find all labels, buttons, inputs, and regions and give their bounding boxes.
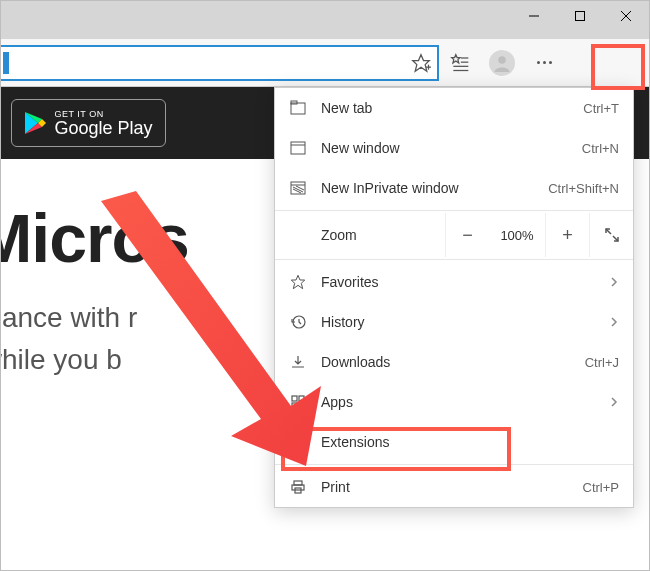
menu-item-print[interactable]: Print Ctrl+P <box>275 467 633 507</box>
zoom-out-button[interactable]: − <box>445 213 489 257</box>
maximize-button[interactable] <box>557 1 603 31</box>
window-frame: roid. GET IT ON Google Play v Micros erf… <box>0 0 650 571</box>
svg-rect-29 <box>299 403 304 408</box>
svg-rect-26 <box>292 396 297 401</box>
menu-item-new-tab[interactable]: New tab Ctrl+T <box>275 88 633 128</box>
svg-rect-1 <box>576 12 585 21</box>
chevron-right-icon <box>609 317 619 327</box>
minimize-button[interactable] <box>511 1 557 31</box>
svg-line-20 <box>293 189 301 193</box>
menu-item-downloads[interactable]: Downloads Ctrl+J <box>275 342 633 382</box>
inprivate-icon <box>289 179 307 197</box>
menu-item-apps[interactable]: Apps <box>275 382 633 422</box>
more-menu-button[interactable] <box>523 42 565 84</box>
zoom-in-button[interactable]: + <box>545 213 589 257</box>
menu-item-history[interactable]: History <box>275 302 633 342</box>
chevron-right-icon <box>609 277 619 287</box>
zoom-value: 100% <box>489 228 545 243</box>
profile-button[interactable] <box>481 42 523 84</box>
svg-point-12 <box>498 56 506 64</box>
svg-rect-27 <box>299 396 304 401</box>
menu-separator <box>275 464 633 465</box>
download-icon <box>289 353 307 371</box>
close-button[interactable] <box>603 1 649 31</box>
favorites-list-icon[interactable] <box>439 42 481 84</box>
menu-item-extensions[interactable]: Extensions <box>275 422 633 462</box>
avatar-icon <box>489 50 515 76</box>
menu-separator <box>275 259 633 260</box>
address-bar[interactable] <box>1 45 439 81</box>
gplay-big-text: Google Play <box>54 119 152 137</box>
history-icon <box>289 313 307 331</box>
menu-item-new-inprivate[interactable]: New InPrivate window Ctrl+Shift+N <box>275 168 633 208</box>
svg-marker-4 <box>413 54 430 71</box>
text-cursor <box>3 52 9 74</box>
fullscreen-button[interactable] <box>589 213 633 257</box>
extensions-icon <box>289 433 307 451</box>
svg-rect-15 <box>291 142 305 154</box>
star-icon <box>289 273 307 291</box>
google-play-icon <box>24 111 46 135</box>
titlebar <box>1 1 649 39</box>
svg-rect-30 <box>294 481 302 485</box>
menu-item-new-window[interactable]: New window Ctrl+N <box>275 128 633 168</box>
apps-icon <box>289 393 307 411</box>
new-window-icon <box>289 139 307 157</box>
menu-separator <box>275 210 633 211</box>
new-tab-icon <box>289 99 307 117</box>
svg-marker-7 <box>452 54 460 62</box>
zoom-label: Zoom <box>275 227 445 243</box>
toolbar <box>1 39 649 87</box>
svg-rect-28 <box>292 403 297 408</box>
more-icon <box>537 61 552 64</box>
svg-marker-24 <box>291 275 304 288</box>
main-menu-dropdown: New tab Ctrl+T New window Ctrl+N New InP… <box>274 87 634 508</box>
add-favorite-icon[interactable] <box>411 53 431 73</box>
menu-item-favorites[interactable]: Favorites <box>275 262 633 302</box>
chevron-right-icon <box>609 397 619 407</box>
google-play-badge[interactable]: GET IT ON Google Play <box>11 99 165 147</box>
svg-rect-13 <box>291 103 305 114</box>
print-icon <box>289 478 307 496</box>
menu-zoom-row: Zoom − 100% + <box>275 213 633 257</box>
